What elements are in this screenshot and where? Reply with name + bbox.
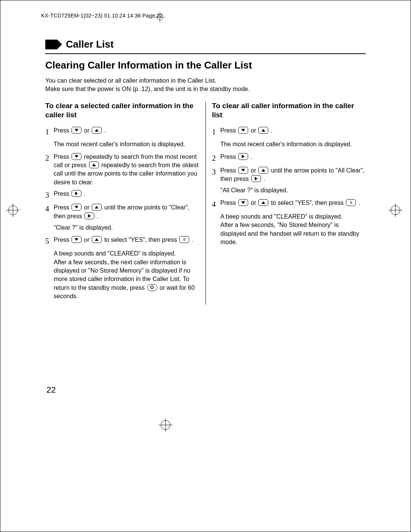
left-step-3: 3 Press . bbox=[45, 190, 199, 200]
intro-line-1: You can clear selected or all caller inf… bbox=[45, 77, 216, 84]
page-number: 22 bbox=[46, 385, 56, 395]
step-number: 4 bbox=[212, 199, 217, 209]
right-step-4: 4 Press or to select "YES", then press . bbox=[212, 199, 366, 209]
text: or bbox=[84, 204, 91, 211]
right-step-2: 2 Press . bbox=[212, 153, 366, 163]
text: Press bbox=[220, 167, 237, 174]
down-arrow-icon bbox=[238, 199, 248, 206]
down-arrow-icon bbox=[72, 204, 81, 211]
power-icon bbox=[147, 284, 157, 291]
text: . bbox=[358, 200, 360, 206]
right-step-3: 3 Press or until the arrow points to "Al… bbox=[212, 166, 366, 184]
text: . bbox=[251, 153, 252, 160]
step-number: 5 bbox=[45, 236, 51, 246]
two-column-layout: To clear a selected caller information i… bbox=[45, 101, 366, 304]
left-step-1: 1 Press or . bbox=[45, 126, 199, 137]
down-arrow-icon bbox=[238, 167, 248, 174]
up-arrow-icon bbox=[92, 127, 102, 134]
section-header: Caller List bbox=[45, 38, 366, 50]
text: Press bbox=[54, 236, 71, 243]
step-number: 3 bbox=[212, 166, 217, 184]
text: . bbox=[104, 127, 106, 134]
right-note-3: "All Clear ?" is displayed. bbox=[220, 186, 366, 195]
up-arrow-icon bbox=[258, 127, 268, 134]
step-number: 4 bbox=[45, 203, 51, 220]
text: Press bbox=[54, 190, 71, 197]
text: . bbox=[97, 213, 99, 219]
right-step-1: 1 Press or . bbox=[212, 126, 366, 137]
arrow-bullet-icon bbox=[45, 40, 62, 50]
intro-line-2: Make sure that the power is ON (p. 12), … bbox=[45, 86, 250, 92]
step-number: 2 bbox=[212, 153, 217, 163]
left-step-2: 2 Press repeatedly to search from the mo… bbox=[45, 153, 199, 187]
divider bbox=[45, 53, 366, 54]
left-note-5: A beep sounds and "CLEARED" is displayed… bbox=[54, 249, 199, 300]
step-number: 3 bbox=[45, 190, 51, 200]
right-arrow-icon bbox=[251, 175, 261, 182]
left-subheading: To clear a selected caller information i… bbox=[45, 101, 199, 120]
text: to select "YES", then press bbox=[104, 236, 178, 243]
registration-mark-top bbox=[155, 12, 165, 22]
text: Press bbox=[54, 204, 71, 211]
step-number: 1 bbox=[45, 126, 51, 137]
up-arrow-icon bbox=[258, 167, 268, 174]
right-note-4: A beep sounds and "CLEARED" is displayed… bbox=[220, 212, 366, 247]
up-arrow-icon bbox=[92, 204, 102, 211]
print-slug: KX-TCD725EM-1(02~23) 01.10.24 14:36 Page… bbox=[41, 13, 163, 19]
right-column: To clear all caller information in the c… bbox=[206, 101, 366, 304]
registration-mark-bottom bbox=[159, 418, 172, 432]
text: or bbox=[84, 236, 91, 243]
content-area: Caller List Clearing Caller Information … bbox=[45, 38, 366, 305]
left-note-4: "Clear ?" is displayed. bbox=[54, 224, 199, 232]
left-step-5: 5 Press or to select "YES", then press . bbox=[45, 236, 199, 246]
left-column: To clear a selected caller information i… bbox=[45, 101, 206, 304]
down-arrow-icon bbox=[72, 153, 81, 160]
text: or bbox=[84, 127, 91, 134]
menu-icon bbox=[179, 236, 189, 243]
text: Press bbox=[54, 153, 71, 160]
text: . bbox=[271, 127, 272, 134]
registration-mark-left bbox=[6, 203, 20, 217]
text: Press bbox=[54, 127, 71, 134]
text: Press bbox=[220, 200, 237, 206]
up-arrow-icon bbox=[92, 236, 102, 243]
text: Press bbox=[220, 153, 237, 160]
text: . bbox=[192, 236, 193, 243]
right-note-1: The most recent caller's information is … bbox=[220, 140, 366, 149]
down-arrow-icon bbox=[72, 236, 81, 243]
up-arrow-icon bbox=[89, 161, 99, 168]
up-arrow-icon bbox=[258, 199, 268, 206]
step-number: 2 bbox=[45, 153, 51, 187]
right-subheading: To clear all caller information in the c… bbox=[212, 101, 366, 120]
down-arrow-icon bbox=[238, 127, 248, 134]
right-arrow-icon bbox=[238, 153, 248, 160]
down-arrow-icon bbox=[72, 127, 81, 134]
page: KX-TCD725EM-1(02~23) 01.10.24 14:36 Page… bbox=[0, 0, 411, 532]
text: Press bbox=[220, 127, 237, 134]
text: or bbox=[251, 200, 258, 206]
step-number: 1 bbox=[212, 126, 217, 137]
text: to select "YES", then press bbox=[271, 200, 345, 206]
left-note-1: The most recent caller's information is … bbox=[54, 140, 199, 149]
intro-text: You can clear selected or all caller inf… bbox=[45, 77, 366, 93]
left-step-4: 4 Press or until the arrow points to "Cl… bbox=[45, 203, 199, 220]
section-title: Caller List bbox=[66, 38, 114, 50]
text: . bbox=[84, 190, 86, 197]
page-heading: Clearing Caller Information in the Calle… bbox=[45, 59, 366, 71]
text: or bbox=[251, 167, 258, 174]
menu-icon bbox=[346, 199, 356, 206]
right-arrow-icon bbox=[84, 212, 94, 219]
text: . bbox=[264, 176, 265, 182]
registration-mark-right bbox=[389, 203, 402, 217]
right-arrow-icon bbox=[72, 190, 81, 197]
text: or bbox=[251, 127, 258, 134]
